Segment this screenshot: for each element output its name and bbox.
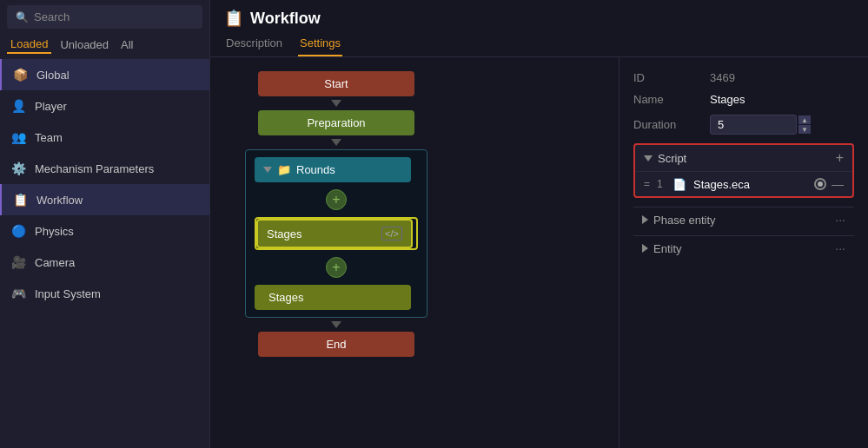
tab-unloaded[interactable]: Unloaded <box>56 36 112 54</box>
sidebar-item-team[interactable]: 👥 Team <box>0 122 209 153</box>
phase-entity-section: Phase entity ··· <box>633 207 854 232</box>
sidebar-item-mechanism[interactable]: ⚙️ Mechanism Parameters <box>0 153 209 184</box>
flow-node-stages-selected[interactable]: Stages </> <box>256 219 413 248</box>
flow-start-group: Start Preparation 📁 Rounds + <box>245 71 427 357</box>
arrow-start-prep <box>331 100 341 107</box>
prop-id-row: ID 3469 <box>633 71 854 84</box>
flow-node-preparation[interactable]: Preparation <box>258 110 414 135</box>
add-stages-top-button[interactable]: + <box>326 189 347 210</box>
rounds-container: 📁 Rounds + Stages </> <box>245 149 427 318</box>
rounds-expand-icon <box>263 167 272 173</box>
duration-up-button[interactable]: ▲ <box>798 115 811 124</box>
sidebar-item-label-camera: Camera <box>35 256 75 269</box>
flow-node-rounds-label: Rounds <box>296 163 335 176</box>
script-radio-inner <box>818 181 823 187</box>
prop-id-value: 3469 <box>710 71 854 84</box>
tab-settings[interactable]: Settings <box>298 33 342 56</box>
physics-icon: 🔵 <box>10 223 26 239</box>
sidebar-item-label-input-system: Input System <box>35 287 101 300</box>
add-after-stages: + <box>255 254 418 281</box>
script-remove-button[interactable]: — <box>832 177 844 191</box>
sidebar-item-label-physics: Physics <box>35 225 74 238</box>
prop-duration-label: Duration <box>633 118 703 131</box>
script-radio-button[interactable] <box>814 178 826 190</box>
stages-code-icon: </> <box>381 227 402 240</box>
filter-tabs: Loaded Unloaded All <box>0 34 209 59</box>
global-icon: 📦 <box>12 67 28 82</box>
script-add-button[interactable]: + <box>836 150 844 166</box>
rounds-folder-icon: 📁 <box>277 163 291 176</box>
arrow-rounds-end <box>331 321 341 328</box>
prop-duration-input-group: ▲ ▼ <box>710 115 811 135</box>
script-item-buttons: — <box>814 177 844 191</box>
entity-section: Entity ··· <box>633 235 854 260</box>
workflow-icon: 📋 <box>12 192 28 208</box>
prop-id-label: ID <box>633 71 703 84</box>
sidebar-item-label-mechanism: Mechanism Parameters <box>35 162 154 175</box>
sidebar: 🔍 Search Loaded Unloaded All 📦 Global 👤 … <box>0 0 210 448</box>
script-header: Script + <box>635 145 852 172</box>
sidebar-item-label-player: Player <box>35 100 67 113</box>
prop-duration-row: Duration ▲ ▼ <box>633 115 854 135</box>
script-label: Script <box>658 152 686 165</box>
main-body: Start Preparation 📁 Rounds + <box>210 57 868 448</box>
flow-node-stages-2[interactable]: Stages <box>255 285 411 310</box>
script-expand-icon <box>644 155 653 161</box>
camera-icon: 🎥 <box>10 254 26 270</box>
page-title: Workflow <box>250 10 321 28</box>
add-before-stages: + <box>255 186 418 214</box>
entity-expand-icon <box>642 244 648 253</box>
script-item-1: = 1 📄 Stages.eca — <box>635 172 852 196</box>
sidebar-item-label-workflow: Workflow <box>36 194 83 207</box>
script-eq: = <box>644 178 650 190</box>
search-icon: 🔍 <box>16 11 29 23</box>
arrow-prep-rounds <box>331 139 341 146</box>
script-file-icon: 📄 <box>673 178 686 191</box>
sidebar-item-physics[interactable]: 🔵 Physics <box>0 215 209 247</box>
phase-entity-label: Phase entity <box>653 214 830 227</box>
flow-node-rounds[interactable]: 📁 Rounds <box>255 157 411 182</box>
mechanism-icon: ⚙️ <box>10 161 26 176</box>
entity-label: Entity <box>653 242 830 255</box>
team-icon: 👥 <box>10 129 26 145</box>
main-tabs: Description Settings <box>210 28 868 57</box>
add-stages-bottom-button[interactable]: + <box>326 257 347 278</box>
input-system-icon: 🎮 <box>10 286 26 301</box>
entity-options-icon[interactable]: ··· <box>835 241 845 255</box>
phase-entity-expand-icon <box>642 215 648 224</box>
tab-loaded[interactable]: Loaded <box>7 36 51 54</box>
prop-name-label: Name <box>633 93 703 106</box>
script-header-left: Script <box>644 152 686 165</box>
sidebar-item-player[interactable]: 👤 Player <box>0 90 209 122</box>
sidebar-item-input-system[interactable]: 🎮 Input System <box>0 278 209 309</box>
prop-name-row: Name Stages <box>633 93 854 106</box>
prop-name-value: Stages <box>710 93 854 106</box>
stages-selected-wrapper: Stages </> <box>255 217 418 250</box>
search-bar[interactable]: 🔍 Search <box>7 5 202 29</box>
sidebar-item-label-global: Global <box>36 69 70 82</box>
sidebar-item-workflow[interactable]: 📋 Workflow <box>0 184 209 215</box>
flow-diagram: Start Preparation 📁 Rounds + <box>210 57 619 448</box>
tab-description[interactable]: Description <box>224 33 284 56</box>
sidebar-item-camera[interactable]: 🎥 Camera <box>0 247 209 278</box>
header-workflow-icon: 📋 <box>224 9 243 28</box>
script-filename: Stages.eca <box>693 178 807 191</box>
script-section: Script + = 1 📄 Stages.eca — <box>633 143 854 198</box>
properties-panel: ID 3469 Name Stages Duration ▲ ▼ <box>619 57 868 448</box>
sidebar-item-global[interactable]: 📦 Global <box>0 59 209 90</box>
script-num: 1 <box>657 178 666 190</box>
sidebar-item-label-team: Team <box>35 131 63 144</box>
main-header: 📋 Workflow <box>210 0 868 28</box>
search-label: Search <box>34 10 70 23</box>
duration-input[interactable] <box>710 115 797 135</box>
stages-selected-label: Stages <box>267 227 301 240</box>
tab-all[interactable]: All <box>117 36 136 54</box>
phase-entity-options-icon[interactable]: ··· <box>835 213 845 227</box>
flow-node-end[interactable]: End <box>258 332 414 357</box>
entity-header[interactable]: Entity ··· <box>633 235 854 260</box>
main-panel: 📋 Workflow Description Settings Start Pr… <box>210 0 868 448</box>
phase-entity-header[interactable]: Phase entity ··· <box>633 207 854 232</box>
duration-down-button[interactable]: ▼ <box>798 125 811 134</box>
flow-node-start[interactable]: Start <box>258 71 414 96</box>
player-icon: 👤 <box>10 98 26 114</box>
